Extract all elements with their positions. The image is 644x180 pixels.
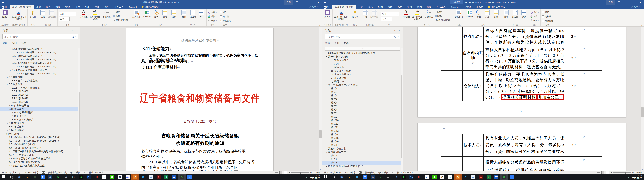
nav-heading-item[interactable]: 一 投标人须知表 [322,58,402,62]
zoom-in-icon[interactable]: + [310,171,312,174]
nav-tab[interactable]: 标题 [325,41,330,46]
nav-heading-item[interactable]: 4.2 国家级--中国大米加工企业50强（2016年度） [0,139,80,143]
print-layout-button[interactable] [280,171,282,174]
collapse-ribbon-icon[interactable]: ∧ [319,24,320,26]
find-button[interactable]: 查找∨ [530,11,539,14]
page-indicator[interactable]: 第 52 页, 共 80 页 [324,171,341,174]
document-number[interactable]: 辽粮发〔2022〕79 号 [126,119,274,124]
nav-heading-item[interactable]: 3.11.3 加工厂房照片 [0,118,80,121]
nav-heading-item[interactable]: 五 投标文件的递交 [322,73,402,76]
criteria-name-cell[interactable]: 技术人员↵ [462,134,484,156]
nav-heading-item[interactable]: 格式2 [322,90,402,94]
expand-arrow-icon[interactable] [3,133,6,135]
nav-heading-item[interactable]: 附件3 [322,161,402,164]
notepad-app-icon[interactable]: ▤ [147,174,155,180]
excel-app-icon[interactable]: X [162,174,170,180]
table-row[interactable]: 技术人员↵ 具有专业技术人员，包括生产加工人员、保管员、质检员，每有 1 人得 … [441,134,602,157]
font-name-select[interactable]: 宋体∨ [381,12,399,16]
nav-tab[interactable]: 页面 [12,41,17,46]
sync-app-icon[interactable]: ↻ [376,174,384,180]
nav-tab[interactable]: 结果 [22,41,26,46]
multilevel-list-button[interactable]: 多级列表∨ [424,10,434,20]
ribbon-tab[interactable]: 表设计 [462,4,474,9]
page-indicator[interactable]: 第 260 页, 共 322 页 [2,171,21,174]
print-layout-button[interactable] [602,171,604,174]
dict-app-icon[interactable]: ◎ [369,174,376,180]
nav-heading-item[interactable]: 4.1 国家级--中国大米加工企业50强（2015年度） [0,135,80,139]
page-header[interactable]: 盘锦鼎翔米业有限公司↵ [126,38,274,43]
ribbon-display-options-icon[interactable] [618,1,620,3]
accessibility-indicator[interactable]: 辅助功能: 调查 [89,171,104,174]
calculator-app-icon[interactable]: ▦ [16,174,23,180]
expand-arrow-icon[interactable] [6,122,9,124]
find-button[interactable]: 查找∨ [208,11,216,14]
proofing-errors-icon[interactable] [359,171,362,173]
expand-arrow-icon[interactable] [6,83,9,85]
expand-arrow-icon[interactable] [9,62,12,64]
nav-heading-item[interactable]: 3.9.3 辽L34700 [0,93,80,97]
search-caret-icon[interactable]: ∨ [75,36,76,38]
tray-expand-icon[interactable]: ∧ [628,176,629,178]
nav-options-caret-icon[interactable]: ∨ [72,30,73,32]
quark-browser-app-icon[interactable]: Q [454,174,462,180]
shading-button[interactable]: 底纹∨ [113,14,130,18]
search-caret-icon[interactable]: ∨ [398,36,398,38]
vertical-scrollbar[interactable]: ▲ ▼ [641,27,644,171]
table-row[interactable]: 仓储能力↵ 具备仓储能力，要求仓库为室内仓库，低温、干燥，独立离地通风。仓储能力… [441,71,602,101]
word-app-icon[interactable]: W [492,174,500,180]
ribbon-tab[interactable]: 开始 [356,4,366,9]
upload-app-icon[interactable]: ↑ [186,174,193,180]
nav-scrollbar[interactable] [78,49,80,171]
minimize-button[interactable]: – [623,0,630,5]
nav-heading-item[interactable]: 第一章 投标人须知 [322,55,402,58]
nav-heading-item[interactable]: 2026年度省属监狱伙房大米采购的招标公告 [322,51,402,55]
nav-tab[interactable]: 结果 [344,41,348,46]
ribbon-tab[interactable]: 视图 [424,4,434,9]
document-page[interactable]: ↵ 技术人员↵ 具有专业技术人员，包括生产加工人员、保管员、质检员，每有 1 人… [417,123,626,171]
nav-close-icon[interactable]: × [399,30,400,32]
dev-app-icon[interactable]: ◆ [400,174,408,180]
shading-button[interactable]: 底纹∨ [435,14,452,18]
word-count[interactable]: 44134 个字 [345,171,356,174]
table-row[interactable]: 投标人能够充分考虑产品的供货及使用环境（监狱系统）。提供符合本项目特点的科学、切… [441,157,602,171]
criteria-text-cell[interactable]: 投标人自有种植基地 3 万亩（含）以上得 2 分，2（含）-3 万亩得 1 分，… [484,46,566,70]
criteria-text-cell[interactable]: 具有专业技术人员，包括生产加工人员、保管员、质检员，每有 1 人得 1 分，最多… [484,134,566,156]
screenshot-app-icon[interactable]: ● [23,174,31,180]
screenshot-app-icon[interactable]: ● [346,174,353,180]
criteria-name-cell[interactable]: 自有种植基地↵ [462,46,484,70]
expand-arrow-icon[interactable] [325,151,328,153]
expand-arrow-icon[interactable] [325,56,328,58]
collapse-ribbon-icon[interactable]: ∧ [641,24,642,26]
smartart-button[interactable]: SmartArt [143,10,151,18]
rice-app-icon[interactable]: S [178,174,186,180]
table-button[interactable]: 表格∨ [362,10,369,20]
nav-heading-item[interactable]: 格式10 [322,119,402,122]
text-highlight-button[interactable]: 文本突出显示颜色∨ [412,10,423,22]
nav-options-caret-icon[interactable]: ∨ [394,30,396,32]
restore-button[interactable] [308,0,315,5]
restore-button[interactable] [630,0,637,5]
browser-360-app-icon[interactable]: ◐ [100,174,108,180]
docs-app-icon[interactable]: T [361,174,369,180]
criteria-text-cell[interactable]: 具备仓储能力，要求仓库为室内仓库，低温、干燥，独立离地通风。仓储能力 6 万吨（… [484,71,566,101]
doc-body-line[interactable]: 2019 年以来，省粮食和储备局依据相关规定和程序，先后将省 [141,159,262,165]
cross-reference-button[interactable]: 交叉引用 [132,10,140,18]
font-size-select[interactable]: 四号∨ [59,17,70,21]
score-cell[interactable] [566,157,581,171]
format-painter-button[interactable]: 格式刷 [29,10,36,18]
nav-heading-item[interactable]: 3.7.4.1 查询截图（http://cx.cnca.cn/） [0,72,80,75]
start-button[interactable] [0,174,8,180]
read-mode-button[interactable] [597,171,600,174]
nav-heading-item[interactable]: 附件1 [322,154,402,157]
nav-heading-item[interactable]: 格式1 [322,87,402,90]
nav-heading-item[interactable]: 3.7.3.1 查询截图（http://cx.cnca.cn/） [0,65,80,68]
ribbon-tab[interactable]: 审阅 [414,4,424,9]
expand-arrow-icon[interactable] [6,76,9,78]
photoshop-app-icon[interactable]: Ps [85,174,93,180]
borders-button[interactable]: 边框∨ [435,10,452,14]
footer-button[interactable]: 页脚∨ [492,10,500,20]
nav-heading-item[interactable]: 3.7.1 质量管理体系认证证书 [0,47,80,51]
document-search-input[interactable]: 在文档中搜索 ∨ [2,34,78,39]
ruler-checkbox[interactable]: 标尺 [542,11,549,14]
expand-arrow-icon[interactable] [9,69,12,71]
